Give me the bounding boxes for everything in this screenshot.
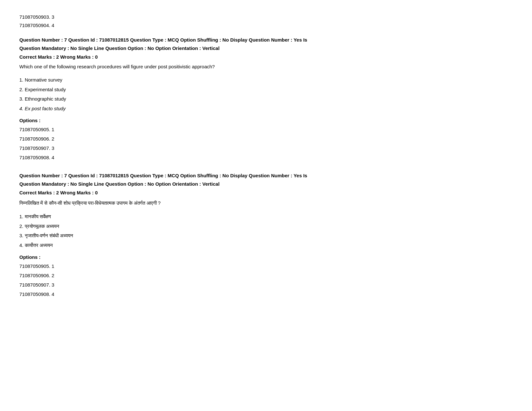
top-option-1-code: 71087050903 (19, 14, 49, 20)
option-code-1-4: 71087050908. 4 (19, 153, 513, 162)
option-code-1-3: 71087050907. 3 (19, 144, 513, 152)
option-code-2-4: 71087050908. 4 (19, 290, 513, 298)
top-option-2-num: 4 (52, 23, 54, 28)
question-text-1: Which one of the following research proc… (19, 63, 513, 71)
option-codes-2: 71087050905. 1 71087050906. 2 7108705090… (19, 262, 513, 298)
option-codes-1: 71087050905. 1 71087050906. 2 7108705090… (19, 125, 513, 162)
question-block-2: Question Number : 7 Question Id : 710870… (19, 171, 513, 298)
top-options-section: 71087050903. 3 71087050904. 4 (19, 13, 513, 29)
option-2-1: 1. मानकीय सर्वेक्षण (19, 212, 513, 221)
question-meta-1-line2: Question Mandatory : No Single Line Ques… (19, 44, 513, 53)
option-1-2: 2. Experimental study (19, 85, 513, 94)
option-code-2-3: 71087050907. 3 (19, 280, 513, 289)
option-1-4: 4. Ex post facto study (19, 104, 513, 113)
option-code-2-1: 71087050905. 1 (19, 262, 513, 270)
options-list-2: 1. मानकीय सर्वेक्षण 2. प्रयोगमूलक अध्ययन… (19, 212, 513, 249)
top-option-1-num: 3 (52, 14, 54, 20)
option-1-3: 3. Ethnographic study (19, 95, 513, 103)
top-option-2-sep: . (49, 23, 52, 28)
option-code-2-2: 71087050906. 2 (19, 271, 513, 280)
option-code-1-2: 71087050906. 2 (19, 134, 513, 143)
top-option-2-code: 71087050904 (19, 23, 49, 28)
top-option-1: 71087050903. 3 (19, 13, 513, 21)
options-label-2: Options : (19, 254, 513, 260)
correct-marks-1: Correct Marks : 2 Wrong Marks : 0 (19, 54, 513, 60)
options-list-1: 1. Normative survey 2. Experimental stud… (19, 76, 513, 113)
options-label-1: Options : (19, 118, 513, 123)
question-meta-2-line2: Question Mandatory : No Single Line Ques… (19, 180, 513, 188)
question-text-2: निम्नलिखित में से कौन-सी शोध प्रक्रिया प… (19, 199, 513, 207)
question-meta-2: Question Number : 7 Question Id : 710870… (19, 171, 513, 188)
option-code-1-1: 71087050905. 1 (19, 125, 513, 134)
top-option-1-sep: . (49, 14, 52, 20)
question-meta-2-line1: Question Number : 7 Question Id : 710870… (19, 171, 513, 180)
question-block-1: Question Number : 7 Question Id : 710870… (19, 36, 513, 162)
correct-marks-2: Correct Marks : 2 Wrong Marks : 0 (19, 190, 513, 195)
option-2-3: 3. नृजातीय-वर्णन संबंधी अध्ययन (19, 231, 513, 240)
option-2-2: 2. प्रयोगमूलक अध्ययन (19, 222, 513, 230)
option-2-4: 4. कार्योत्तर अध्ययन (19, 241, 513, 250)
question-meta-1: Question Number : 7 Question Id : 710870… (19, 36, 513, 52)
top-option-2: 71087050904. 4 (19, 21, 513, 30)
question-meta-1-line1: Question Number : 7 Question Id : 710870… (19, 36, 513, 44)
option-1-1: 1. Normative survey (19, 76, 513, 84)
